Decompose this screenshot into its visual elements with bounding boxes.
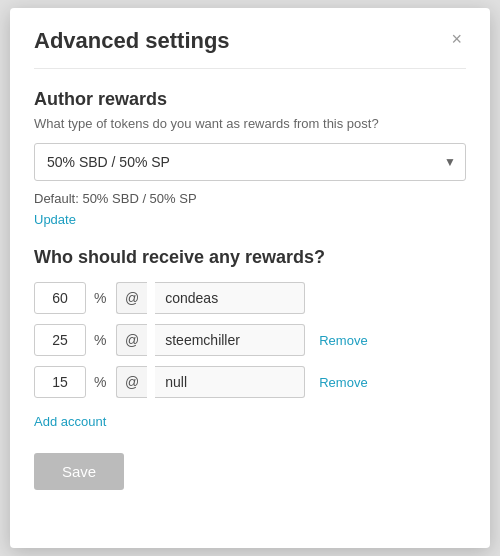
beneficiary-row-2: % @ Remove [34,324,466,356]
author-rewards-desc: What type of tokens do you want as rewar… [34,116,466,131]
at-symbol-1: @ [116,282,147,314]
beneficiary-row-1: % @ [34,282,466,314]
beneficiary-row-3: % @ Remove [34,366,466,398]
close-button[interactable]: × [447,28,466,50]
remove-link-3[interactable]: Remove [319,375,367,390]
at-symbol-2: @ [116,324,147,356]
account-input-2[interactable] [155,324,305,356]
percent-input-2[interactable] [34,324,86,356]
dialog-header: Advanced settings × [34,28,466,69]
author-rewards-section: Author rewards What type of tokens do yo… [34,89,466,247]
default-reward-text: Default: 50% SBD / 50% SP [34,191,466,206]
author-rewards-title: Author rewards [34,89,466,110]
beneficiaries-title: Who should receive any rewards? [34,247,466,268]
update-link[interactable]: Update [34,212,76,227]
reward-type-select[interactable]: 50% SBD / 50% SP 100% Steem Power Declin… [34,143,466,181]
percent-symbol-2: % [94,332,108,348]
add-account-link[interactable]: Add account [34,414,106,429]
at-symbol-3: @ [116,366,147,398]
save-button[interactable]: Save [34,453,124,490]
account-input-1[interactable] [155,282,305,314]
beneficiaries-section: Who should receive any rewards? % @ % @ … [34,247,466,453]
percent-input-3[interactable] [34,366,86,398]
reward-select-wrapper: 50% SBD / 50% SP 100% Steem Power Declin… [34,143,466,181]
advanced-settings-dialog: Advanced settings × Author rewards What … [10,8,490,548]
percent-input-1[interactable] [34,282,86,314]
account-input-3[interactable] [155,366,305,398]
dialog-footer: Save [34,453,466,490]
remove-link-2[interactable]: Remove [319,333,367,348]
dialog-title: Advanced settings [34,28,230,54]
percent-symbol-3: % [94,374,108,390]
percent-symbol-1: % [94,290,108,306]
